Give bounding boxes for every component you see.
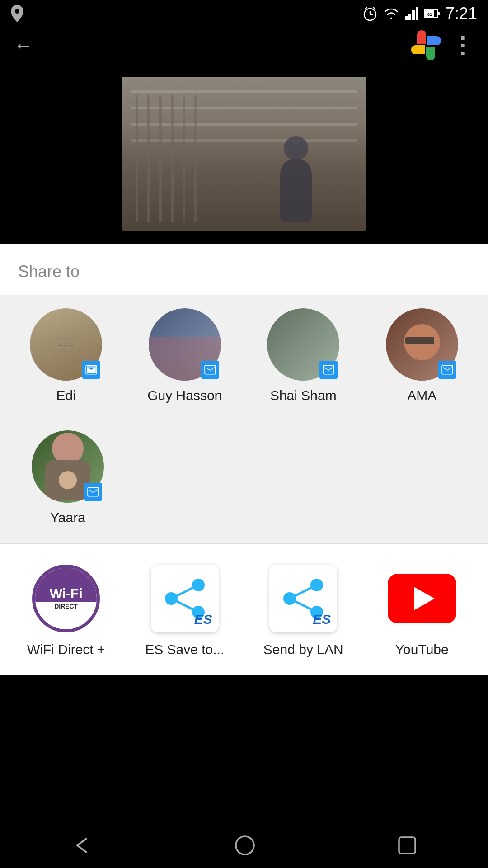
app-wifi-direct-label: WiFi Direct + <box>27 642 105 657</box>
app-send-by-lan[interactable]: ES Send by LAN <box>246 562 361 657</box>
google-photos-logo <box>410 29 442 61</box>
photo-area <box>0 63 488 244</box>
svg-point-28 <box>236 836 254 854</box>
contact-yaara-name: Yaara <box>50 510 85 525</box>
status-right: 61 7:21 <box>362 4 477 23</box>
youtube-icon-wrap <box>386 562 458 635</box>
contact-guy-hasson[interactable]: Guy Hasson <box>128 308 242 403</box>
contact-ama-name: AMA <box>407 388 436 403</box>
send-by-lan-icon-wrap: ES <box>267 562 339 635</box>
top-bar: ← ⋮ <box>0 27 488 63</box>
battery-icon: 61 <box>424 8 440 19</box>
es-save-icon-wrap: ES <box>149 562 221 635</box>
contact-shai-avatar-wrap <box>267 308 339 381</box>
nav-back-icon <box>70 834 93 857</box>
contact-yaara[interactable]: Yaara <box>9 417 127 525</box>
contact-shai-sham[interactable]: Shai Sham <box>246 308 361 403</box>
contact-edi-name: Edi <box>56 388 76 403</box>
apps-grid: Wi-Fi DIRECT WiFi Direct + <box>0 544 488 675</box>
contact-ama[interactable]: AMA <box>365 308 479 403</box>
contact-ama-badge <box>438 361 456 379</box>
svg-line-21 <box>171 585 198 599</box>
app-es-save[interactable]: ES ES Save to... <box>128 562 242 657</box>
alarm-icon <box>362 6 378 21</box>
nav-recents-button[interactable] <box>397 835 418 856</box>
svg-rect-14 <box>205 365 216 374</box>
contact-shai-badge <box>319 361 338 379</box>
contact-shai-name: Shai Sham <box>270 388 337 403</box>
svg-rect-6 <box>408 14 411 20</box>
app-send-by-lan-label: Send by LAN <box>263 642 343 657</box>
status-left <box>11 5 23 22</box>
contact-yaara-avatar-wrap <box>32 430 104 503</box>
photo-preview <box>122 77 366 231</box>
location-icon <box>11 5 23 22</box>
app-youtube[interactable]: YouTube <box>365 562 479 657</box>
wifi-direct-icon-wrap: Wi-Fi DIRECT <box>30 562 102 635</box>
signal-icon <box>405 7 418 20</box>
navigation-bar <box>0 823 488 868</box>
svg-line-22 <box>171 599 198 612</box>
back-button[interactable]: ← <box>14 34 33 57</box>
nav-home-button[interactable] <box>234 834 256 857</box>
svg-rect-5 <box>405 16 408 20</box>
share-sheet: Share to — — — — — — — — — <box>0 244 488 675</box>
svg-rect-15 <box>323 365 334 374</box>
contact-edi-badge <box>82 361 100 379</box>
svg-rect-17 <box>88 487 99 496</box>
top-bar-right: ⋮ <box>410 29 474 61</box>
contact-yaara-badge <box>84 483 102 501</box>
nav-home-icon <box>234 834 256 857</box>
status-bar: 61 7:21 <box>0 0 488 27</box>
svg-line-26 <box>290 585 317 599</box>
wifi-icon <box>383 7 399 20</box>
nav-back-button[interactable] <box>70 834 93 857</box>
svg-rect-29 <box>399 837 415 854</box>
app-youtube-label: YouTube <box>395 642 449 657</box>
status-time: 7:21 <box>446 4 477 23</box>
contacts-grid: — — — — — — — — — Edi <box>0 295 488 417</box>
overflow-menu-button[interactable]: ⋮ <box>451 32 474 58</box>
contact-guy-avatar-wrap <box>149 308 221 381</box>
contact-edi[interactable]: — — — — — — — — — Edi <box>9 308 123 403</box>
svg-rect-16 <box>442 365 453 374</box>
app-wifi-direct[interactable]: Wi-Fi DIRECT WiFi Direct + <box>9 562 123 657</box>
contacts-row2: Yaara <box>0 417 488 543</box>
contact-guy-name: Guy Hasson <box>147 388 222 403</box>
nav-recents-icon <box>397 835 418 856</box>
contact-guy-badge <box>201 361 219 379</box>
svg-line-27 <box>290 599 317 612</box>
contact-edi-avatar-wrap: — — — — — — — — — <box>30 308 102 381</box>
contact-ama-avatar-wrap <box>386 308 458 381</box>
svg-rect-8 <box>416 7 418 20</box>
app-es-save-label: ES Save to... <box>145 642 224 657</box>
svg-rect-11 <box>438 12 440 15</box>
svg-text:61: 61 <box>427 12 432 17</box>
share-title: Share to <box>0 258 488 295</box>
svg-rect-7 <box>412 10 415 20</box>
